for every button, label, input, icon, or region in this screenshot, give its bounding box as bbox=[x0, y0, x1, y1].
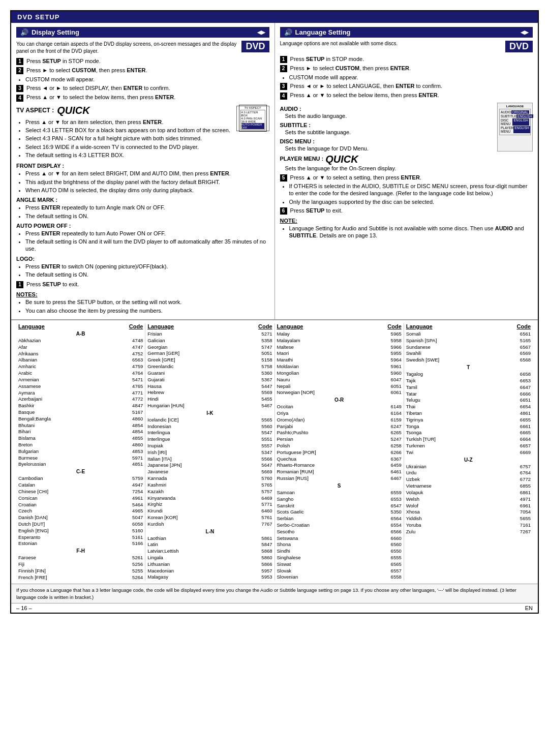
lang-entry: Spanish [SPA]5165 bbox=[406, 338, 531, 344]
lang-entry: Czech4965 bbox=[18, 508, 143, 515]
display-dvd-badge: DVD bbox=[241, 41, 269, 52]
lang-entry: Greenlandic5758 bbox=[147, 364, 272, 370]
tv-diagram: TV ASPECT 4:3 LETTER BOX 4:3 PAN-SCAN 16… bbox=[236, 106, 269, 131]
lang-entry: Sesotho6566 bbox=[277, 529, 402, 535]
lang-entry: Interlingua5547 bbox=[147, 430, 272, 436]
display-step-2: 2 Press ► to select CUSTOM, then press E… bbox=[16, 67, 269, 83]
lang-entry: Estonian5166 bbox=[18, 540, 143, 547]
lang-entry: Albanian6563 bbox=[18, 357, 143, 364]
step5-num: 1 bbox=[16, 281, 23, 288]
lang-entry: Basque5167 bbox=[18, 409, 143, 416]
lang-entry: Abkhazian4748 bbox=[18, 338, 143, 344]
display-notes-title: NOTES: bbox=[16, 291, 269, 297]
lang-entry: Javanese5669 bbox=[147, 469, 272, 475]
lang-entry: Dutch [DUT]6058 bbox=[18, 521, 143, 528]
lang-section-divider: S bbox=[277, 483, 402, 489]
lang-col-2: LanguageCodeMalay5965Malayalam5958Maltes… bbox=[275, 323, 404, 581]
lang-entry: Bulgarian4853 bbox=[18, 448, 143, 455]
tv-aspect-subs: Press ▲ or ▼ for an item selection, then… bbox=[25, 118, 233, 159]
lang-entry: Tagalog6658 bbox=[406, 371, 531, 378]
lang-step-1: 1 Press SETUP in STOP mode. bbox=[280, 55, 533, 63]
tv-aspect-section: TV ASPECT : QUICK Press ▲ or ▼ for an it… bbox=[16, 105, 269, 160]
lang-step-2-num: 2 bbox=[280, 65, 287, 72]
display-steps-list: 1 Press SETUP in STOP mode. 2 Press ► to… bbox=[16, 57, 269, 102]
display-setting-title: Display Setting bbox=[32, 28, 79, 36]
lang-entry: Bengali;Bangla4860 bbox=[18, 416, 143, 422]
lang-entry: Mongolian5960 bbox=[277, 370, 402, 377]
tv-aspect-quick: QUICK bbox=[57, 105, 89, 116]
lang-entry: English [ENG]5160 bbox=[18, 528, 143, 534]
disc-menu-title: DISC MENU : bbox=[280, 138, 494, 144]
player-menu-quick: QUICK bbox=[325, 154, 358, 165]
angle-mark-title: ANGLE MARK : bbox=[16, 197, 269, 203]
lang-entry: Rhaeto-Romance6459 bbox=[277, 462, 402, 469]
front-display-section: FRONT DISPLAY : Press ▲ or ▼ for an item… bbox=[16, 163, 269, 194]
lang-entry: Singhalese6555 bbox=[277, 555, 402, 561]
lang-entry: Sangho6553 bbox=[277, 496, 402, 503]
lang-entry: Oromo(Afan)6159 bbox=[277, 417, 402, 424]
display-setting-column: 🔊 Display Setting ◀▶ DVD You can change … bbox=[11, 23, 275, 319]
lang-entry: Kinyarwanda6469 bbox=[147, 495, 272, 502]
lang-entry: Somali6561 bbox=[406, 331, 531, 338]
disc-menu-sub: Sets the language for DVD Menu. bbox=[285, 145, 494, 152]
lang-entry: Hungarian [HUN]5467 bbox=[147, 403, 272, 409]
lang-entry: Corsican4961 bbox=[18, 495, 143, 502]
lang-entry: Kannada5760 bbox=[147, 475, 272, 482]
lang-entry: Sundanese6567 bbox=[406, 344, 531, 351]
page-wrapper: DVD SETUP 🔊 Display Setting ◀▶ DVD You c… bbox=[10, 10, 539, 614]
step-2-num: 2 bbox=[16, 67, 23, 74]
lang-section-divider: A-B bbox=[18, 331, 143, 337]
lang-entry: Galician5358 bbox=[147, 338, 272, 344]
audio-subtitle-section: AUDIO : Sets the audio language. SUBTITL… bbox=[280, 103, 533, 152]
en-label: EN bbox=[525, 605, 533, 611]
lang-entry: Interlingue5551 bbox=[147, 436, 272, 443]
lang-options-note: Language options are not available with … bbox=[280, 41, 533, 46]
display-setting-header: 🔊 Display Setting ◀▶ bbox=[16, 27, 269, 38]
lang-entry: Marathi5964 bbox=[277, 357, 402, 364]
lang-entry: Moldavian5961 bbox=[277, 364, 402, 370]
player-menu-sub: Sets the language for the On-Screen disp… bbox=[285, 165, 533, 171]
lang-entry: Xhosa7054 bbox=[406, 509, 531, 516]
audio-section: AUDIO : Sets the audio language. bbox=[280, 106, 494, 119]
lang-entry: Breton4860 bbox=[18, 442, 143, 448]
lang-entry: Panjabi6247 bbox=[277, 424, 402, 430]
display-step-1: 1 Press SETUP in STOP mode. bbox=[16, 57, 269, 65]
lang-entry: Finnish [FIN]5255 bbox=[18, 568, 143, 574]
lang-entry: Maltese5966 bbox=[277, 344, 402, 351]
step-4-num: 4 bbox=[16, 95, 23, 102]
dvd-setup-header: DVD SETUP bbox=[11, 11, 538, 23]
lang-step5-num: 5 bbox=[280, 174, 287, 182]
lang-section-divider: C-E bbox=[18, 469, 143, 474]
lang-entry: Japanese [JPN]5647 bbox=[147, 462, 272, 469]
logo-section: LOGO: Press ENTER to switch ON (opening … bbox=[16, 256, 269, 279]
lang-entry: Bihari4854 bbox=[18, 429, 143, 435]
audio-title: AUDIO : bbox=[280, 106, 494, 112]
lang-entry: Romanian [RUM]6461 bbox=[277, 469, 402, 475]
lang-entry: Cambodian5759 bbox=[18, 475, 143, 482]
lang-entry: Setswana6660 bbox=[277, 535, 402, 542]
lang-col-header: LanguageCode bbox=[406, 323, 531, 329]
language-table: LanguageCodeA-BAbkhazian4748Afar4747Afri… bbox=[16, 323, 533, 581]
auto-power-off-subs: Press ENTER repeatedly to turn Auto Powe… bbox=[25, 230, 269, 253]
lang-entry: Vietnamese6855 bbox=[406, 483, 531, 490]
player-menu-label: PLAYER MENU : bbox=[280, 156, 324, 162]
lang-entry: Kurdish7767 bbox=[147, 521, 272, 528]
lang-col-0: LanguageCodeA-BAbkhazian4748Afar4747Afri… bbox=[16, 323, 145, 581]
lang-entry: Arabic4764 bbox=[18, 370, 143, 377]
lang-entry: Swahili6569 bbox=[406, 350, 531, 357]
lang-entry: Malay5965 bbox=[277, 331, 402, 338]
lang-entry: Pashto;Pushto6265 bbox=[277, 430, 402, 436]
lang-entry: Yiddish5655 bbox=[406, 516, 531, 522]
language-table-section: LanguageCodeA-BAbkhazian4748Afar4747Afri… bbox=[11, 320, 538, 584]
display-step-3: 3 Press ◄ or ► to select DISPLAY, then E… bbox=[16, 84, 269, 92]
language-note-title: NOTE: bbox=[280, 218, 533, 224]
lang-col-1: LanguageCodeFrisian5271Galician5358Georg… bbox=[145, 323, 274, 581]
speaker2-icon: 🔊 bbox=[284, 28, 292, 36]
lang-entry: Sanskrit6547 bbox=[277, 503, 402, 509]
lang-entry: Telugu6651 bbox=[406, 397, 531, 404]
lang-entry: Persian5247 bbox=[277, 436, 402, 443]
lang-entry: Siswat6565 bbox=[277, 561, 402, 568]
lang-entry: Maori5955 bbox=[277, 350, 402, 357]
lang-entry: Georgian5747 bbox=[147, 344, 272, 351]
lang-entry: Shona6560 bbox=[277, 541, 402, 548]
